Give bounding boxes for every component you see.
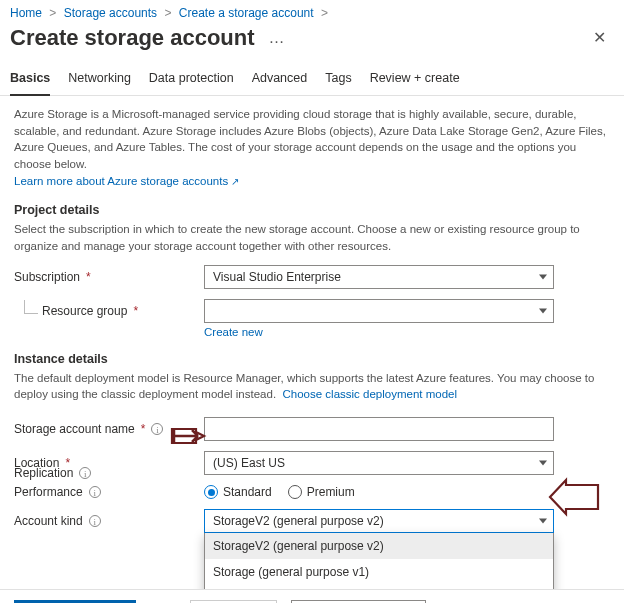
account-kind-option[interactable]: StorageV2 (general purpose v2) (205, 533, 553, 559)
close-icon[interactable]: ✕ (585, 24, 614, 51)
classic-deploy-link[interactable]: Choose classic deployment model (283, 388, 458, 400)
wizard-footer: Review + create < Previous Next : Networ… (0, 589, 624, 603)
performance-standard-radio[interactable]: Standard (204, 485, 272, 499)
external-link-icon: ↗ (231, 175, 239, 190)
create-new-link[interactable]: Create new (204, 326, 610, 338)
performance-premium-radio[interactable]: Premium (288, 485, 355, 499)
chevron-down-icon (539, 274, 547, 279)
radio-checked-icon (204, 485, 218, 499)
radio-unchecked-icon (288, 485, 302, 499)
info-icon[interactable]: i (89, 515, 101, 527)
account-kind-label: Account kind i (14, 514, 204, 528)
chevron-down-icon (539, 461, 547, 466)
tab-bar: Basics Networking Data protection Advanc… (0, 63, 624, 96)
account-kind-select[interactable]: StorageV2 (general purpose v2) (204, 509, 554, 533)
account-kind-option[interactable]: Storage (general purpose v1) (205, 559, 553, 585)
tab-review-create[interactable]: Review + create (370, 63, 460, 95)
tab-tags[interactable]: Tags (325, 63, 351, 95)
tab-networking[interactable]: Networking (68, 63, 131, 95)
intro-text: Azure Storage is a Microsoft-managed ser… (14, 106, 610, 189)
chevron-down-icon (539, 519, 547, 524)
page-title: Create storage account (10, 25, 255, 51)
performance-label: Performance i (14, 485, 204, 499)
info-icon[interactable]: i (89, 486, 101, 498)
resource-group-label: Resource group* (14, 304, 204, 318)
tab-data-protection[interactable]: Data protection (149, 63, 234, 95)
project-details-desc: Select the subscription in which to crea… (14, 221, 610, 254)
info-icon[interactable]: i (79, 467, 91, 479)
instance-details-desc: The default deployment model is Resource… (14, 370, 610, 403)
breadcrumb-storage-accounts[interactable]: Storage accounts (64, 6, 157, 20)
project-details-heading: Project details (14, 203, 610, 217)
subscription-select[interactable]: Visual Studio Enterprise (204, 265, 554, 289)
tab-basics[interactable]: Basics (10, 63, 50, 95)
breadcrumb: Home > Storage accounts > Create a stora… (0, 0, 624, 22)
info-icon[interactable]: i (151, 423, 163, 435)
subscription-label: Subscription* (14, 270, 204, 284)
storage-name-label: Storage account name* i (14, 422, 204, 436)
replication-label: Replication i (14, 466, 204, 480)
chevron-down-icon (539, 308, 547, 313)
breadcrumb-create[interactable]: Create a storage account (179, 6, 314, 20)
breadcrumb-home[interactable]: Home (10, 6, 42, 20)
learn-more-link[interactable]: Learn more about Azure storage accounts (14, 175, 228, 187)
instance-details-heading: Instance details (14, 352, 610, 366)
storage-name-input[interactable] (204, 417, 554, 441)
tab-advanced[interactable]: Advanced (252, 63, 308, 95)
resource-group-select[interactable] (204, 299, 554, 323)
location-select[interactable]: (US) East US (204, 451, 554, 475)
more-icon[interactable]: … (263, 29, 293, 47)
